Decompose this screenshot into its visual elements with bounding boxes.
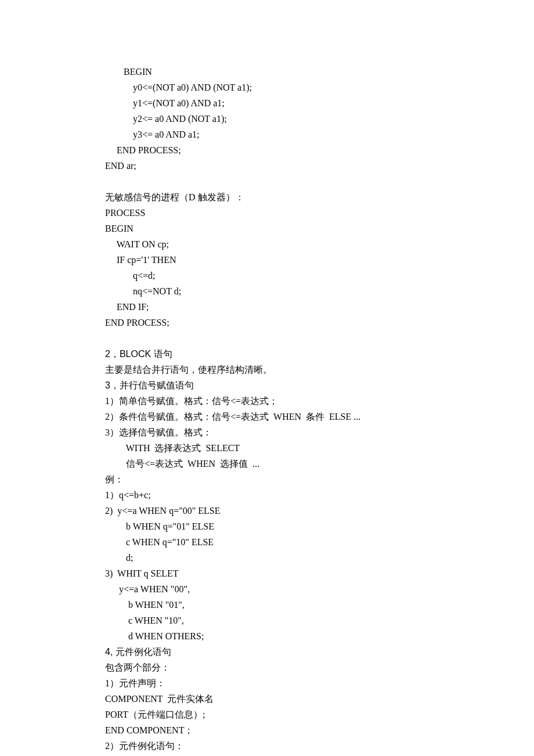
code-line: WAIT ON cp; — [105, 236, 534, 252]
code-line: 信号<=表达式 WHEN 选择值 ... — [105, 456, 534, 471]
code-line: BEGIN — [105, 221, 534, 236]
code-line: y1<=(NOT a0) AND a1; — [105, 95, 534, 111]
code-line: 2) y<=a WHEN q="00" ELSE — [105, 503, 534, 519]
code-line: y<=a WHEN "00", — [105, 581, 534, 597]
code-line: IF cp='1' THEN — [105, 252, 534, 268]
paragraph: 1）简单信号赋值。格式：信号<=表达式； — [105, 393, 534, 409]
code-line: b WHEN "01", — [105, 597, 534, 613]
code-line: COMPONENT 元件实体名 — [105, 691, 534, 707]
section-heading-component: 4, 元件例化语句 — [105, 644, 534, 660]
code-line: nq<=NOT d; — [105, 283, 534, 299]
section-heading-block: 2，BLOCK 语句 — [105, 346, 534, 362]
paragraph: 主要是结合并行语句，使程序结构清晰。 — [105, 362, 534, 377]
paragraph: 例： — [105, 471, 534, 487]
code-line: PORT（元件端口信息）; — [105, 707, 534, 722]
section-heading-parallel-assign: 3，并行信号赋值语句 — [105, 377, 534, 393]
code-line: END IF; — [105, 299, 534, 315]
code-line: d WHEN OTHERS; — [105, 628, 534, 644]
paragraph: 3）选择信号赋值。格式： — [105, 424, 534, 440]
blank-line — [105, 330, 534, 346]
code-line: c WHEN q="10" ELSE — [105, 534, 534, 550]
code-line: 3) WHIT q SELET — [105, 566, 534, 581]
code-line: y3<= a0 AND a1; — [105, 127, 534, 142]
paragraph: 1）元件声明： — [105, 675, 534, 691]
paragraph: 包含两个部分： — [105, 660, 534, 675]
code-line: END PROCESS; — [105, 142, 534, 158]
code-line: END PROCESS; — [105, 315, 534, 330]
code-line: 1）q<=b+c; — [105, 487, 534, 503]
code-line: y2<= a0 AND (NOT a1); — [105, 111, 534, 127]
code-line: END COMPONENT； — [105, 722, 534, 738]
paragraph: 2）条件信号赋值。格式：信号<=表达式 WHEN 条件 ELSE ... — [105, 409, 534, 424]
code-line: BEGIN — [105, 64, 534, 80]
code-line: END ar; — [105, 158, 534, 174]
document-page: BEGIN y0<=(NOT a0) AND (NOT a1); y1<=(NO… — [0, 0, 534, 756]
code-line: WITH 选择表达式 SELECT — [105, 440, 534, 456]
code-line: d; — [105, 550, 534, 566]
code-line: q<=d; — [105, 268, 534, 283]
code-line: b WHEN q="01" ELSE — [105, 519, 534, 534]
paragraph: 无敏感信号的进程（D 触发器）： — [105, 189, 534, 205]
code-line: y0<=(NOT a0) AND (NOT a1); — [105, 80, 534, 95]
paragraph: 2）元件例化语句： — [105, 738, 534, 754]
code-line: PROCESS — [105, 205, 534, 221]
code-line: c WHEN "10", — [105, 613, 534, 628]
blank-line — [105, 174, 534, 189]
